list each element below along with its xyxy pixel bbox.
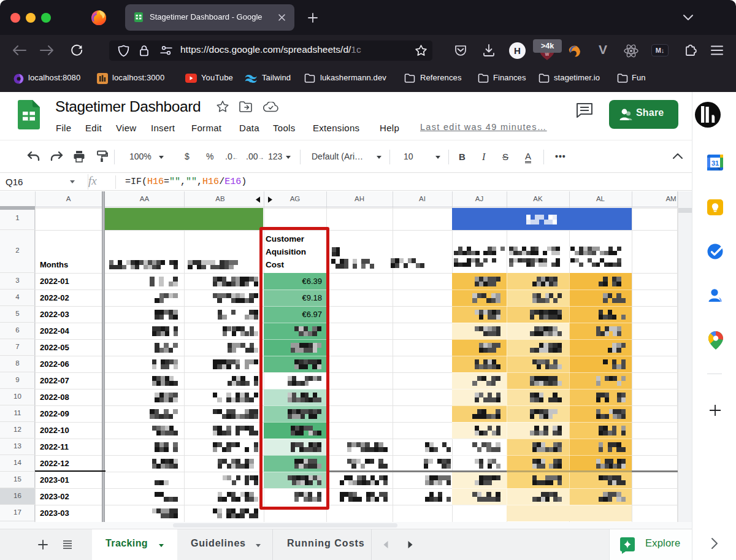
svg-text:31: 31 (711, 159, 719, 167)
